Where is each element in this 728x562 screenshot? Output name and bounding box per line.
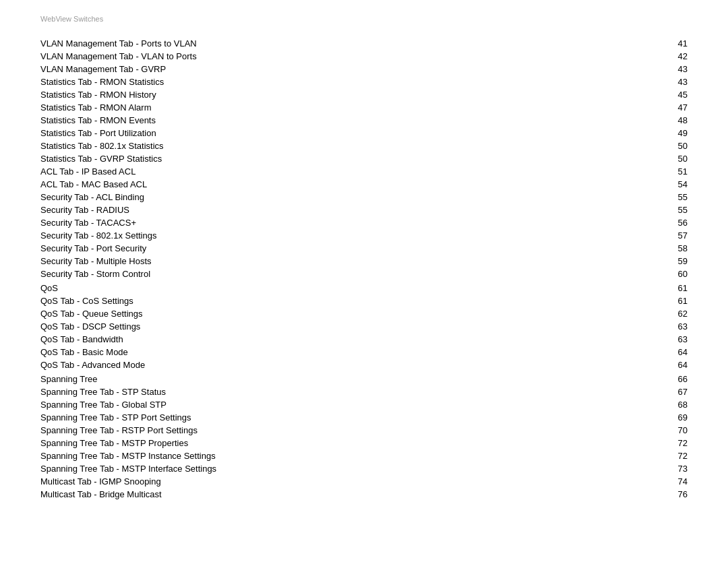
toc-entry: Statistics Tab - 802.1x Statistics50 (40, 139, 688, 152)
toc-entry-label: Security Tab - RADIUS (40, 205, 667, 215)
toc-entry-page: 64 (667, 360, 688, 370)
toc-entry: Statistics Tab - Port Utilization49 (40, 127, 688, 139)
toc-entry-page: 73 (667, 464, 688, 474)
toc-entry: ACL Tab - IP Based ACL51 (40, 165, 688, 178)
toc-entry-page: 76 (667, 489, 688, 499)
toc-entry-label: Statistics Tab - 802.1x Statistics (40, 141, 667, 151)
toc-entry-page: 74 (667, 476, 688, 487)
toc-entry-page: 67 (667, 387, 688, 397)
toc-entry-label: Multicast Tab - IGMP Snooping (40, 476, 667, 487)
toc-entry-label: Security Tab - Storm Control (40, 269, 667, 279)
toc-entry-label: QoS Tab - CoS Settings (40, 296, 667, 306)
toc-entry-label: QoS Tab - DSCP Settings (40, 321, 667, 332)
toc-entry-page: 56 (667, 218, 688, 228)
toc-entry-page: 72 (667, 451, 688, 461)
toc-entry: Multicast Tab - IGMP Snooping74 (40, 475, 688, 488)
toc-entry: Statistics Tab - GVRP Statistics50 (40, 152, 688, 165)
toc-entry: QoS Tab - Basic Mode64 (40, 346, 688, 358)
page-header: WebView Switches (0, 0, 728, 30)
toc-entry-label: Statistics Tab - RMON History (40, 90, 667, 100)
toc-entry-label: QoS Tab - Basic Mode (40, 347, 667, 357)
toc-entry-label: Statistics Tab - RMON Alarm (40, 102, 667, 113)
toc-entry-label: Security Tab - Multiple Hosts (40, 256, 667, 266)
toc-entry-page: 64 (667, 347, 688, 357)
toc-entry-page: 55 (667, 205, 688, 215)
toc-entry-page: 59 (667, 256, 688, 266)
toc-entry-page: 45 (667, 90, 688, 100)
toc-entry-page: 48 (667, 115, 688, 125)
toc-entry-label: Security Tab - 802.1x Settings (40, 230, 667, 241)
toc-entry-label: ACL Tab - MAC Based ACL (40, 179, 667, 189)
toc-entry-page: 63 (667, 334, 688, 344)
toc-entry-label: Spanning Tree Tab - MSTP Interface Setti… (40, 464, 667, 474)
toc-entry-label: Spanning Tree Tab - RSTP Port Settings (40, 425, 667, 435)
toc-entry: Statistics Tab - RMON Statistics43 (40, 75, 688, 88)
toc-entry: Statistics Tab - RMON History45 (40, 88, 688, 101)
toc-entry: Spanning Tree Tab - STP Port Settings69 (40, 411, 688, 424)
toc-entry-label: ACL Tab - IP Based ACL (40, 166, 667, 177)
toc-entry: VLAN Management Tab - GVRP43 (40, 63, 688, 75)
toc-section-header: Spanning Tree66 (40, 371, 688, 385)
toc-entry-label: Spanning Tree Tab - STP Status (40, 387, 667, 397)
toc-entry-page: 61 (667, 296, 688, 306)
toc-entry: VLAN Management Tab - VLAN to Ports42 (40, 50, 688, 63)
toc-entry: Security Tab - Port Security58 (40, 242, 688, 255)
toc-entry-page: 55 (667, 192, 688, 202)
toc-entry: Spanning Tree Tab - MSTP Instance Settin… (40, 449, 688, 462)
toc-entry-page: 50 (667, 154, 688, 164)
toc-entry: QoS Tab - CoS Settings61 (40, 294, 688, 307)
toc-entry-page: 41 (667, 38, 688, 49)
toc-entry: Spanning Tree Tab - RSTP Port Settings70 (40, 424, 688, 437)
toc-entry-page: 54 (667, 179, 688, 189)
toc-entry-label: Spanning Tree Tab - MSTP Properties (40, 438, 667, 448)
toc-entry: VLAN Management Tab - Ports to VLAN41 (40, 37, 688, 50)
toc-entry-page: 50 (667, 141, 688, 151)
toc-entry-label: Statistics Tab - RMON Statistics (40, 77, 667, 87)
toc-entry-page: 72 (667, 438, 688, 448)
page-title: WebView Switches (40, 15, 103, 23)
toc-entry: Spanning Tree Tab - MSTP Interface Setti… (40, 462, 688, 475)
toc-entry-page: 60 (667, 269, 688, 279)
toc-container: VLAN Management Tab - Ports to VLAN41VLA… (0, 30, 728, 514)
toc-section-header: QoS61 (40, 280, 688, 294)
toc-entry: Security Tab - TACACS+56 (40, 216, 688, 229)
toc-entry: Security Tab - RADIUS55 (40, 204, 688, 216)
toc-entry-label: QoS Tab - Bandwidth (40, 334, 667, 344)
toc-entry-label: Spanning Tree (40, 374, 667, 384)
toc-entry-label: Spanning Tree Tab - MSTP Instance Settin… (40, 451, 667, 461)
toc-entry-page: 51 (667, 166, 688, 177)
toc-entry-page: 49 (667, 128, 688, 138)
toc-entry-label: QoS (40, 283, 667, 293)
toc-entry: ACL Tab - MAC Based ACL54 (40, 178, 688, 191)
toc-entry: Security Tab - 802.1x Settings57 (40, 229, 688, 242)
toc-entry: Security Tab - Storm Control60 (40, 268, 688, 280)
toc-entry-label: Statistics Tab - RMON Events (40, 115, 667, 125)
toc-entry-label: VLAN Management Tab - VLAN to Ports (40, 51, 667, 61)
toc-entry-page: 43 (667, 77, 688, 87)
toc-entry-label: Statistics Tab - GVRP Statistics (40, 154, 667, 164)
toc-entry: QoS Tab - Bandwidth63 (40, 333, 688, 346)
toc-entry-label: Security Tab - Port Security (40, 243, 667, 253)
toc-entry-label: VLAN Management Tab - Ports to VLAN (40, 38, 667, 49)
toc-entry-page: 42 (667, 51, 688, 61)
toc-entry-label: Security Tab - TACACS+ (40, 218, 667, 228)
toc-entry: Multicast Tab - Bridge Multicast76 (40, 488, 688, 501)
toc-entry-label: Spanning Tree Tab - STP Port Settings (40, 412, 667, 423)
toc-entry-page: 63 (667, 321, 688, 332)
toc-entry-label: QoS Tab - Queue Settings (40, 309, 667, 319)
toc-entry-page: 47 (667, 102, 688, 113)
toc-entry: Spanning Tree Tab - Global STP68 (40, 398, 688, 411)
toc-entry-page: 58 (667, 243, 688, 253)
toc-entry-page: 68 (667, 400, 688, 410)
toc-entry-label: Multicast Tab - Bridge Multicast (40, 489, 667, 499)
toc-entry-page: 70 (667, 425, 688, 435)
toc-entry: Security Tab - ACL Binding55 (40, 191, 688, 204)
toc-entry-label: VLAN Management Tab - GVRP (40, 64, 667, 74)
toc-entry-page: 61 (667, 283, 688, 293)
toc-entry-label: Security Tab - ACL Binding (40, 192, 667, 202)
toc-entry-label: Spanning Tree Tab - Global STP (40, 400, 667, 410)
toc-entry: Security Tab - Multiple Hosts59 (40, 255, 688, 268)
toc-entry-page: 43 (667, 64, 688, 74)
toc-entry: Statistics Tab - RMON Alarm47 (40, 101, 688, 114)
toc-entry: Spanning Tree Tab - MSTP Properties72 (40, 437, 688, 449)
